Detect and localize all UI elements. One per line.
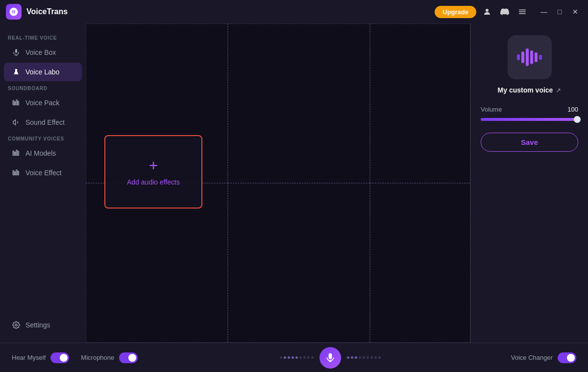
mic-button[interactable] <box>319 347 341 369</box>
volume-slider-track[interactable] <box>481 118 578 121</box>
dot-6 <box>299 356 302 359</box>
mic-center <box>149 347 511 369</box>
content-area: + Add audio effects My custom voice ↗ <box>86 23 588 343</box>
svg-rect-17 <box>530 50 533 64</box>
rdot-8 <box>374 356 377 359</box>
sidebar-section-soundboard: SOUNDBOARD <box>0 82 86 93</box>
mic-icon <box>12 48 21 57</box>
dot-8 <box>307 356 310 359</box>
add-effects-label: Add audio effects <box>127 178 180 186</box>
rdot-1 <box>347 356 349 359</box>
custom-voice-row: My custom voice ↗ <box>498 86 562 94</box>
sidebar-item-voice-box[interactable]: Voice Box <box>4 43 82 62</box>
svg-rect-2 <box>15 102 16 105</box>
add-effects-card[interactable]: + Add audio effects <box>104 135 202 209</box>
rdot-3 <box>355 356 357 359</box>
flask-icon <box>12 68 21 76</box>
dot-1 <box>280 356 282 359</box>
rdot-2 <box>351 356 353 359</box>
svg-rect-14 <box>517 54 520 60</box>
dot-3 <box>288 356 290 359</box>
main-area: REAL-TIME VOICE Voice Box Voice Labo SOU… <box>0 23 588 343</box>
add-plus-icon: + <box>149 158 158 173</box>
svg-rect-12 <box>18 171 19 175</box>
export-icon[interactable]: ↗ <box>556 87 561 94</box>
voice-changer-knob <box>567 354 575 362</box>
volume-row: Volume 100 <box>481 106 578 113</box>
voice-effect-icon <box>12 168 21 177</box>
app-logo <box>6 4 22 20</box>
ai-icon <box>12 149 21 158</box>
dot-7 <box>303 356 306 359</box>
minimize-button[interactable]: — <box>537 5 551 19</box>
sound-effect-icon <box>12 118 21 127</box>
right-panel: My custom voice ↗ Volume 100 Save <box>470 23 588 343</box>
svg-rect-4 <box>18 101 19 105</box>
upgrade-button[interactable]: Upgrade <box>435 6 476 18</box>
svg-rect-7 <box>16 150 17 155</box>
svg-rect-16 <box>526 48 529 66</box>
canvas-cell-6 <box>370 183 470 343</box>
sidebar: REAL-TIME VOICE Voice Box Voice Labo SOU… <box>0 23 86 343</box>
canvas-cell-3 <box>370 23 470 183</box>
titlebar-left: VoiceTrans <box>6 4 68 20</box>
sidebar-item-voice-effect[interactable]: Voice Effect <box>4 163 82 182</box>
voice-changer-section: Voice Changer <box>511 352 576 363</box>
custom-voice-label: My custom voice <box>498 86 553 94</box>
dot-4 <box>292 356 294 359</box>
dot-2 <box>284 356 286 359</box>
sidebar-item-voice-pack[interactable]: Voice Pack <box>4 93 82 112</box>
save-button[interactable]: Save <box>481 133 578 152</box>
microphone-control: Microphone <box>81 352 138 363</box>
rdot-9 <box>378 356 381 359</box>
svg-rect-6 <box>15 152 16 155</box>
discord-icon[interactable] <box>498 5 512 19</box>
close-button[interactable]: ✕ <box>568 5 582 19</box>
titlebar-right: Upgrade — □ ✕ <box>435 5 582 19</box>
svg-rect-5 <box>13 151 14 155</box>
svg-rect-10 <box>15 172 16 175</box>
bars-icon <box>12 98 21 107</box>
volume-value: 100 <box>567 106 578 113</box>
rdot-5 <box>363 356 365 359</box>
rdot-4 <box>359 356 361 359</box>
sidebar-item-settings[interactable]: Settings <box>4 316 82 334</box>
sidebar-item-ai-models[interactable]: AI Models <box>4 144 82 163</box>
hear-myself-toggle[interactable] <box>50 352 69 363</box>
maximize-button[interactable]: □ <box>553 5 566 19</box>
user-icon[interactable] <box>480 5 494 19</box>
svg-rect-9 <box>13 170 14 175</box>
sidebar-item-sound-effect[interactable]: Sound Effect <box>4 113 82 132</box>
hear-myself-control: Hear Myself <box>12 352 69 363</box>
settings-icon <box>12 321 21 329</box>
svg-point-0 <box>486 9 489 12</box>
volume-slider-thumb[interactable] <box>574 116 581 123</box>
window-controls: — □ ✕ <box>537 5 582 19</box>
hear-myself-knob <box>60 354 68 362</box>
canvas-cell-2 <box>228 23 370 183</box>
microphone-knob <box>128 354 136 362</box>
microphone-svg <box>325 353 335 363</box>
voice-icon-box <box>508 35 552 79</box>
canvas-cell-5 <box>228 183 370 343</box>
svg-rect-15 <box>521 51 524 63</box>
svg-rect-8 <box>18 151 19 156</box>
sidebar-item-voice-labo[interactable]: Voice Labo <box>4 63 82 81</box>
microphone-label: Microphone <box>81 354 114 361</box>
svg-rect-1 <box>13 100 14 105</box>
microphone-toggle[interactable] <box>119 352 138 363</box>
svg-rect-11 <box>16 170 17 175</box>
bottom-bar: Hear Myself Microphone <box>0 343 588 372</box>
menu-icon[interactable] <box>515 5 529 19</box>
dot-5 <box>295 356 298 359</box>
titlebar: VoiceTrans Upgrade — □ ✕ <box>0 0 588 23</box>
rdot-6 <box>367 356 369 359</box>
voice-changer-label: Voice Changer <box>511 354 553 361</box>
svg-rect-19 <box>539 55 542 60</box>
svg-point-13 <box>15 324 17 326</box>
dot-9 <box>311 356 314 359</box>
svg-rect-18 <box>535 52 538 62</box>
voice-canvas: + Add audio effects <box>86 23 470 343</box>
voice-changer-toggle[interactable] <box>558 352 576 363</box>
waveform-icon <box>517 47 542 67</box>
